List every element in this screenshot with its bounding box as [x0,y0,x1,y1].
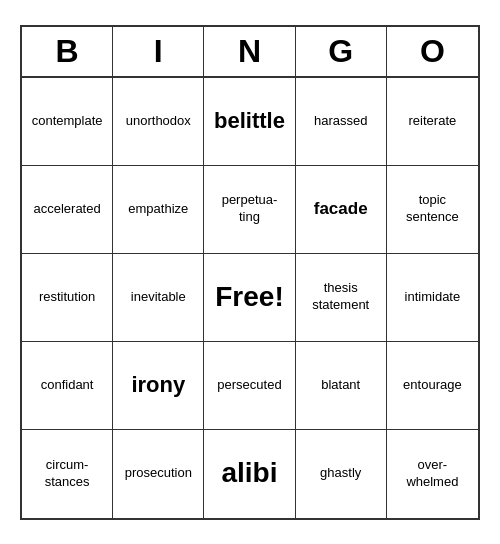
header-letter: G [296,27,387,76]
header-letter: N [204,27,295,76]
bingo-cell: entourage [387,342,478,430]
bingo-cell: over-whelmed [387,430,478,518]
bingo-cell: restitution [22,254,113,342]
bingo-cell: ghastly [296,430,387,518]
bingo-cell: unorthodox [113,78,204,166]
bingo-cell: irony [113,342,204,430]
bingo-cell: accelerated [22,166,113,254]
bingo-cell: blatant [296,342,387,430]
header-letter: O [387,27,478,76]
bingo-cell: thesisstatement [296,254,387,342]
header-letter: B [22,27,113,76]
bingo-cell: empathize [113,166,204,254]
bingo-grid: contemplateunorthodoxbelittleharassedrei… [22,78,478,518]
header-letter: I [113,27,204,76]
bingo-cell: inevitable [113,254,204,342]
bingo-cell: prosecution [113,430,204,518]
bingo-header: BINGO [22,27,478,78]
bingo-cell: belittle [204,78,295,166]
bingo-cell: confidant [22,342,113,430]
bingo-cell: Free! [204,254,295,342]
bingo-cell: harassed [296,78,387,166]
bingo-cell: topicsentence [387,166,478,254]
bingo-cell: contemplate [22,78,113,166]
bingo-cell: intimidate [387,254,478,342]
bingo-cell: perpetua-ting [204,166,295,254]
bingo-cell: alibi [204,430,295,518]
bingo-cell: facade [296,166,387,254]
bingo-card: BINGO contemplateunorthodoxbelittleharas… [20,25,480,520]
bingo-cell: circum-stances [22,430,113,518]
bingo-cell: persecuted [204,342,295,430]
bingo-cell: reiterate [387,78,478,166]
